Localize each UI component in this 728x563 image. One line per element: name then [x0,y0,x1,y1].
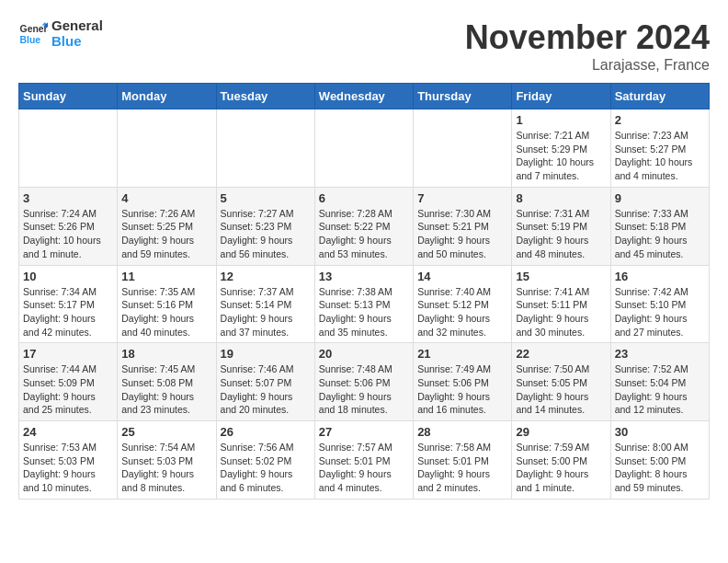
weekday-header: Monday [118,84,216,109]
calendar-cell [19,109,118,188]
day-number: 8 [516,191,606,205]
day-content: Sunrise: 7:34 AM Sunset: 5:17 PM Dayligh… [23,285,113,339]
location-title: Larajasse, France [465,57,710,74]
day-number: 20 [319,347,409,361]
calendar-cell: 14Sunrise: 7:40 AM Sunset: 5:12 PM Dayli… [414,265,512,343]
day-number: 13 [319,270,409,283]
day-content: Sunrise: 7:33 AM Sunset: 5:18 PM Dayligh… [615,207,705,261]
calendar-cell: 13Sunrise: 7:38 AM Sunset: 5:13 PM Dayli… [314,265,413,343]
calendar-cell: 9Sunrise: 7:33 AM Sunset: 5:18 PM Daylig… [610,187,709,265]
day-content: Sunrise: 7:46 AM Sunset: 5:07 PM Dayligh… [221,362,311,417]
day-content: Sunrise: 7:58 AM Sunset: 5:01 PM Dayligh… [417,441,507,495]
weekday-header: Wednesday [314,84,413,109]
day-content: Sunrise: 7:41 AM Sunset: 5:11 PM Dayligh… [516,285,606,339]
calendar-cell: 29Sunrise: 7:59 AM Sunset: 5:00 PM Dayli… [512,421,610,500]
weekday-header: Friday [512,84,610,109]
calendar-cell: 7Sunrise: 7:30 AM Sunset: 5:21 PM Daylig… [414,187,512,265]
calendar-cell: 18Sunrise: 7:45 AM Sunset: 5:08 PM Dayli… [118,343,216,421]
logo-icon: General Blue [18,19,48,49]
day-content: Sunrise: 7:40 AM Sunset: 5:12 PM Dayligh… [417,285,507,339]
day-content: Sunrise: 7:54 AM Sunset: 5:03 PM Dayligh… [121,441,211,495]
day-number: 22 [516,347,606,361]
calendar-cell: 1Sunrise: 7:21 AM Sunset: 5:29 PM Daylig… [512,109,610,188]
day-content: Sunrise: 7:31 AM Sunset: 5:19 PM Dayligh… [516,207,606,261]
calendar-cell: 30Sunrise: 8:00 AM Sunset: 5:00 PM Dayli… [610,421,709,500]
day-content: Sunrise: 7:48 AM Sunset: 5:06 PM Dayligh… [319,362,409,417]
calendar-cell [216,109,314,188]
header: General Blue General Blue November 2024 … [18,18,710,74]
day-number: 24 [23,425,113,439]
logo-general: General [51,18,103,34]
calendar-cell: 2Sunrise: 7:23 AM Sunset: 5:27 PM Daylig… [610,109,709,188]
day-number: 4 [121,191,211,205]
calendar-week-row: 10Sunrise: 7:34 AM Sunset: 5:17 PM Dayli… [19,265,710,343]
day-content: Sunrise: 7:24 AM Sunset: 5:26 PM Dayligh… [23,207,113,261]
day-content: Sunrise: 7:26 AM Sunset: 5:25 PM Dayligh… [121,207,211,261]
title-area: November 2024 Larajasse, France [465,18,710,74]
day-number: 9 [615,191,705,205]
calendar-header-row: SundayMondayTuesdayWednesdayThursdayFrid… [19,84,710,109]
calendar-week-row: 1Sunrise: 7:21 AM Sunset: 5:29 PM Daylig… [19,109,710,188]
day-number: 2 [615,113,705,127]
calendar-cell: 16Sunrise: 7:42 AM Sunset: 5:10 PM Dayli… [610,265,709,343]
day-number: 10 [23,270,113,283]
day-content: Sunrise: 7:28 AM Sunset: 5:22 PM Dayligh… [319,207,409,261]
day-number: 3 [23,191,113,205]
day-number: 6 [319,191,409,205]
day-content: Sunrise: 7:59 AM Sunset: 5:00 PM Dayligh… [516,441,606,495]
day-number: 5 [221,191,311,205]
day-content: Sunrise: 7:53 AM Sunset: 5:03 PM Dayligh… [23,441,113,495]
svg-text:General: General [20,24,48,34]
day-number: 27 [319,425,409,439]
calendar-cell: 11Sunrise: 7:35 AM Sunset: 5:16 PM Dayli… [118,265,216,343]
day-number: 23 [615,347,705,361]
svg-text:Blue: Blue [20,34,41,44]
logo: General Blue General Blue [18,18,103,49]
calendar-cell: 23Sunrise: 7:52 AM Sunset: 5:04 PM Dayli… [610,343,709,421]
day-content: Sunrise: 7:38 AM Sunset: 5:13 PM Dayligh… [319,285,409,339]
calendar-cell: 25Sunrise: 7:54 AM Sunset: 5:03 PM Dayli… [118,421,216,500]
calendar-week-row: 3Sunrise: 7:24 AM Sunset: 5:26 PM Daylig… [19,187,710,265]
calendar-week-row: 17Sunrise: 7:44 AM Sunset: 5:09 PM Dayli… [19,343,710,421]
day-number: 28 [417,425,507,439]
calendar-cell: 15Sunrise: 7:41 AM Sunset: 5:11 PM Dayli… [512,265,610,343]
day-number: 15 [516,270,606,283]
day-number: 16 [615,270,705,283]
calendar-cell: 19Sunrise: 7:46 AM Sunset: 5:07 PM Dayli… [216,343,314,421]
day-number: 26 [221,425,311,439]
calendar-cell [414,109,512,188]
day-content: Sunrise: 7:30 AM Sunset: 5:21 PM Dayligh… [417,207,507,261]
weekday-header: Saturday [610,84,709,109]
day-number: 11 [121,270,211,283]
calendar-cell: 5Sunrise: 7:27 AM Sunset: 5:23 PM Daylig… [216,187,314,265]
day-content: Sunrise: 7:35 AM Sunset: 5:16 PM Dayligh… [121,285,211,339]
calendar-cell: 17Sunrise: 7:44 AM Sunset: 5:09 PM Dayli… [19,343,118,421]
calendar-week-row: 24Sunrise: 7:53 AM Sunset: 5:03 PM Dayli… [19,421,710,500]
day-number: 1 [516,113,606,127]
day-content: Sunrise: 7:44 AM Sunset: 5:09 PM Dayligh… [23,362,113,417]
weekday-header: Tuesday [216,84,314,109]
day-number: 21 [417,347,507,361]
day-number: 17 [23,347,113,361]
calendar-cell: 21Sunrise: 7:49 AM Sunset: 5:06 PM Dayli… [414,343,512,421]
calendar-cell: 27Sunrise: 7:57 AM Sunset: 5:01 PM Dayli… [314,421,413,500]
calendar-cell: 6Sunrise: 7:28 AM Sunset: 5:22 PM Daylig… [314,187,413,265]
day-content: Sunrise: 7:45 AM Sunset: 5:08 PM Dayligh… [121,362,211,417]
day-number: 18 [121,347,211,361]
day-content: Sunrise: 7:57 AM Sunset: 5:01 PM Dayligh… [319,441,409,495]
day-content: Sunrise: 7:27 AM Sunset: 5:23 PM Dayligh… [221,207,311,261]
calendar-cell: 26Sunrise: 7:56 AM Sunset: 5:02 PM Dayli… [216,421,314,500]
logo-blue: Blue [51,34,103,50]
calendar-body: 1Sunrise: 7:21 AM Sunset: 5:29 PM Daylig… [19,109,710,500]
month-title: November 2024 [465,18,710,57]
day-content: Sunrise: 7:56 AM Sunset: 5:02 PM Dayligh… [221,441,311,495]
weekday-header: Sunday [19,84,118,109]
day-number: 12 [221,270,311,283]
calendar-cell [118,109,216,188]
calendar-cell: 8Sunrise: 7:31 AM Sunset: 5:19 PM Daylig… [512,187,610,265]
calendar-cell: 28Sunrise: 7:58 AM Sunset: 5:01 PM Dayli… [414,421,512,500]
day-number: 19 [221,347,311,361]
day-number: 30 [615,425,705,439]
day-content: Sunrise: 7:50 AM Sunset: 5:05 PM Dayligh… [516,362,606,417]
calendar-cell: 4Sunrise: 7:26 AM Sunset: 5:25 PM Daylig… [118,187,216,265]
